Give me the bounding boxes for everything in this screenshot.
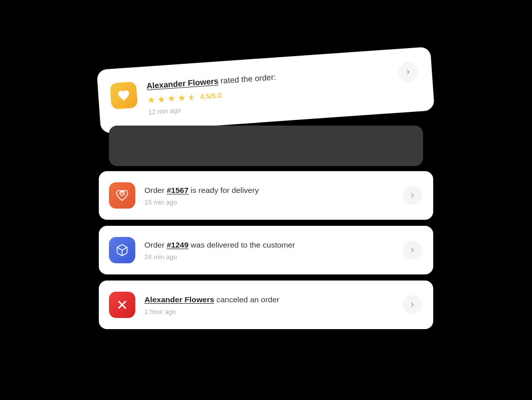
ready-icon-box [109, 182, 135, 209]
delivered-icon-box [109, 237, 135, 263]
chevron-right-icon [409, 301, 416, 308]
star-2: ★ [157, 94, 166, 105]
canceled-card-chevron-button[interactable] [403, 295, 422, 314]
x-icon [116, 298, 129, 311]
canceled-notification-card: Alexander Flowers canceled an order 1 ho… [99, 281, 433, 329]
ready-prefix: Order [144, 186, 167, 194]
ready-card-title: Order #1567 is ready for delivery [144, 185, 394, 196]
user-name-link[interactable]: Alexander Flowers [146, 76, 218, 90]
canceled-user-name-link[interactable]: Alexander Flowers [144, 295, 214, 304]
ready-text: is ready for delivery [188, 186, 259, 194]
apple-icon [116, 189, 129, 202]
delivered-card-content: Order #1249 was delivered to the custome… [144, 239, 394, 261]
chevron-right-icon [404, 68, 412, 76]
rating-card-chevron-button[interactable] [398, 62, 419, 83]
canceled-card-time: 1 hour ago [144, 308, 394, 315]
star-3: ★ [167, 93, 176, 105]
chevron-right-icon [409, 192, 416, 199]
star-5-half: ★ ★ [187, 92, 196, 103]
notifications-container: Alexander Flowers rated the order: ★ ★ ★… [99, 65, 433, 335]
rating-card-content: Alexander Flowers rated the order: ★ ★ ★… [146, 64, 390, 116]
rating-card-text: rated the order: [218, 73, 276, 86]
box-icon [116, 244, 129, 257]
star-1: ★ [147, 95, 156, 106]
tilted-card-wrapper: Alexander Flowers rated the order: ★ ★ ★… [99, 65, 433, 166]
ready-card-time: 15 min ago [144, 198, 394, 206]
delivered-card-title: Order #1249 was delivered to the custome… [144, 239, 394, 251]
heart-icon [117, 89, 131, 103]
card-shadow-background [109, 126, 423, 166]
delivered-prefix: Order [144, 241, 167, 249]
delivered-text: was delivered to the customer [188, 241, 295, 249]
canceled-card-title: Alexander Flowers canceled an order [144, 294, 394, 305]
ready-order-link[interactable]: #1567 [167, 186, 188, 194]
canceled-icon-box [109, 292, 135, 318]
ready-card-content: Order #1567 is ready for delivery 15 min… [144, 185, 394, 207]
canceled-card-content: Alexander Flowers canceled an order 1 ho… [144, 294, 394, 316]
rating-notification-card: Alexander Flowers rated the order: ★ ★ ★… [97, 47, 435, 134]
star-4: ★ [177, 92, 186, 104]
rating-icon-box [109, 82, 138, 110]
canceled-text: canceled an order [214, 295, 279, 304]
ready-card-chevron-button[interactable] [403, 186, 422, 205]
delivered-card-time: 24 min ago [144, 253, 394, 261]
delivered-order-link[interactable]: #1249 [167, 241, 188, 249]
ready-notification-card: Order #1567 is ready for delivery 15 min… [99, 171, 433, 220]
cards-stack: Order #1567 is ready for delivery 15 min… [99, 171, 433, 335]
rating-value: 4.5/5.0 [200, 91, 222, 101]
delivered-notification-card: Order #1249 was delivered to the custome… [99, 226, 433, 274]
delivered-card-chevron-button[interactable] [403, 241, 422, 260]
chevron-right-icon [409, 247, 416, 254]
